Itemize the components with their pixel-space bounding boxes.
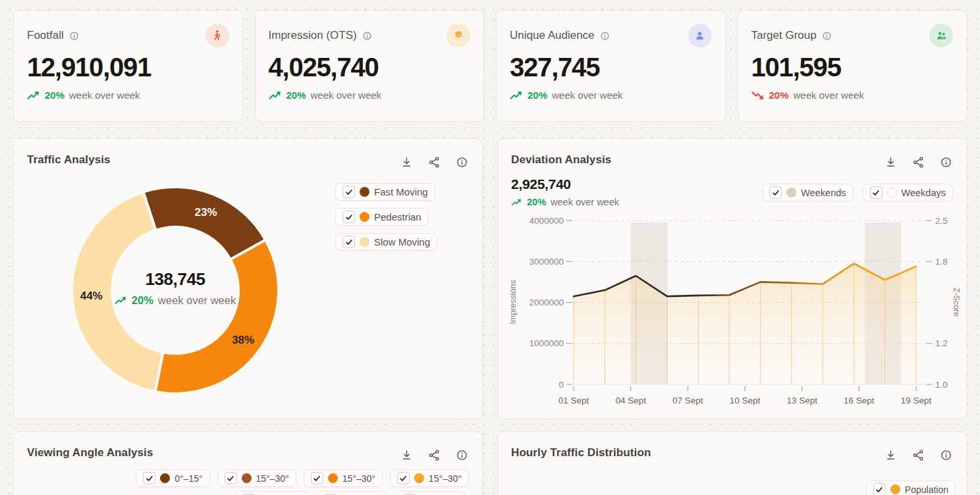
kpi-trend: 20%week over week [269, 90, 471, 101]
kpi-value: 4,025,740 [269, 53, 471, 82]
trend-text: week over week [311, 90, 382, 101]
checkbox[interactable] [143, 472, 155, 484]
y-axis-tick: 0 [558, 380, 564, 390]
donut-center: 138,745 20% week over week [90, 269, 261, 307]
trend-up-icon [115, 296, 127, 305]
z-score-tick: 1.8 [935, 257, 948, 267]
trend-text: week over week [552, 90, 623, 101]
info-icon[interactable] [939, 448, 953, 462]
info-icon[interactable] [454, 448, 469, 462]
legend-chip[interactable]: 15°–30° [217, 469, 296, 487]
legend-chip[interactable] [317, 491, 389, 495]
kpi-value: 12,910,091 [27, 53, 229, 82]
trend-up-icon [510, 90, 523, 101]
donut-slice-percent: 23% [195, 206, 217, 219]
person-icon [688, 24, 712, 47]
x-axis-tick: 07 Sept [672, 396, 703, 405]
checkbox[interactable] [342, 236, 355, 248]
legend-chip[interactable]: Population [866, 481, 956, 495]
download-icon[interactable] [399, 448, 414, 462]
charts-row: Traffic Analysis 23%38%44% 138,745 20% w… [13, 138, 967, 419]
share-icon[interactable] [911, 448, 925, 462]
analytics-dashboard: Footfall12,910,09120%week over weekImpre… [0, 10, 980, 495]
kpi-trend: 20%week over week [510, 90, 712, 101]
legend-label: Pedestrian [374, 211, 422, 222]
legend-dot [242, 473, 252, 483]
trend-text: week over week [158, 294, 236, 307]
checkbox[interactable] [311, 472, 323, 484]
legend-chip[interactable] [236, 491, 310, 495]
impressions-box-icon [447, 24, 470, 47]
kpi-row: Footfall12,910,09120%week over weekImpre… [13, 10, 967, 122]
walking-person-icon [205, 24, 229, 47]
viewing-angle-panel: Viewing Angle Analysis 0°–15°15°–30°15°–… [13, 431, 483, 495]
trend-percent: 20% [528, 90, 547, 101]
z-score-tick: 1.0 [935, 380, 948, 390]
donut-center-value: 138,745 [90, 269, 261, 290]
kpi-label: Target Group [751, 29, 817, 42]
legend-dot [160, 473, 170, 483]
traffic-legend: Fast MovingPedestrianSlow Moving [335, 183, 437, 251]
trend-text: week over week [69, 90, 140, 101]
viewing-legend-row2 [236, 491, 465, 495]
trend-percent: 20% [132, 294, 153, 307]
kpi-label: Impression (OTS) [269, 29, 357, 42]
y-axis-tick: 1000000 [529, 338, 564, 348]
legend-chip[interactable] [396, 491, 465, 495]
legend-chip[interactable]: Pedestrian [335, 208, 429, 226]
info-icon[interactable] [362, 30, 373, 41]
info-icon[interactable] [599, 30, 611, 41]
trend-up-icon [27, 90, 40, 101]
bottom-row: Viewing Angle Analysis 0°–15°15°–30°15°–… [13, 431, 967, 495]
deviation-line-chart: 010000002000000300000040000001.01.21.82.… [498, 139, 967, 419]
y-axis-tick: 3000000 [529, 257, 564, 267]
legend-label: 15°–30° [342, 473, 375, 484]
kpi-value: 101,595 [751, 53, 954, 82]
trend-down-icon [751, 90, 765, 101]
checkbox[interactable] [342, 186, 355, 198]
trend-percent: 20% [286, 90, 306, 101]
y-axis-title: Impressions [508, 280, 518, 324]
panel-title: Hourly Traffic Distribution [511, 446, 651, 459]
kpi-card-impression-ots-: Impression (OTS)4,025,74020%week over we… [255, 10, 485, 122]
legend-label: Slow Moving [374, 236, 430, 248]
checkbox[interactable] [225, 472, 237, 484]
z-score-tick: 1.2 [935, 338, 948, 348]
legend-chip[interactable]: 15°–30° [390, 469, 469, 487]
kpi-value: 327,745 [510, 53, 712, 82]
kpi-card-footfall: Footfall12,910,09120%week over week [13, 10, 243, 122]
trend-up-icon [269, 90, 282, 101]
x-axis-tick: 16 Sept [844, 396, 875, 405]
share-icon[interactable] [427, 448, 441, 462]
info-icon[interactable] [821, 30, 832, 41]
legend-chip[interactable]: 0°–15° [136, 469, 209, 487]
donut-trend: 20% week over week [90, 294, 261, 307]
legend-dot [414, 473, 424, 483]
legend-dot [328, 473, 338, 483]
legend-chip[interactable]: Slow Moving [335, 233, 437, 251]
legend-dot [360, 187, 369, 197]
legend-dot [890, 484, 900, 494]
trend-percent: 20% [769, 90, 789, 101]
kpi-label: Unique Audience [510, 29, 595, 42]
download-icon[interactable] [883, 448, 898, 462]
donut-slice-fast-moving[interactable] [143, 187, 265, 259]
people-group-icon [929, 24, 953, 47]
legend-label: 0°–15° [175, 473, 202, 484]
legend-dot [360, 212, 369, 222]
kpi-trend: 20%week over week [751, 90, 954, 101]
deviation-analysis-panel: Deviation Analysis 2,925,740 20% week ov… [497, 138, 967, 419]
donut-slice-pedestrian[interactable] [155, 240, 279, 394]
legend-chip[interactable]: 15°–30° [304, 469, 383, 487]
checkbox[interactable] [873, 483, 886, 495]
checkbox[interactable] [342, 211, 355, 223]
x-axis-tick: 13 Sept [786, 396, 817, 405]
checkbox[interactable] [397, 472, 410, 484]
legend-chip[interactable]: Fast Moving [335, 183, 435, 201]
info-icon[interactable] [68, 30, 80, 41]
kpi-trend: 20%week over week [27, 90, 229, 101]
x-axis-tick: 19 Sept [901, 396, 932, 405]
z-score-tick: 2.5 [935, 216, 948, 226]
hourly-traffic-panel: Hourly Traffic Distribution Population [497, 431, 967, 495]
x-axis-tick: 01 Sept [558, 396, 589, 405]
